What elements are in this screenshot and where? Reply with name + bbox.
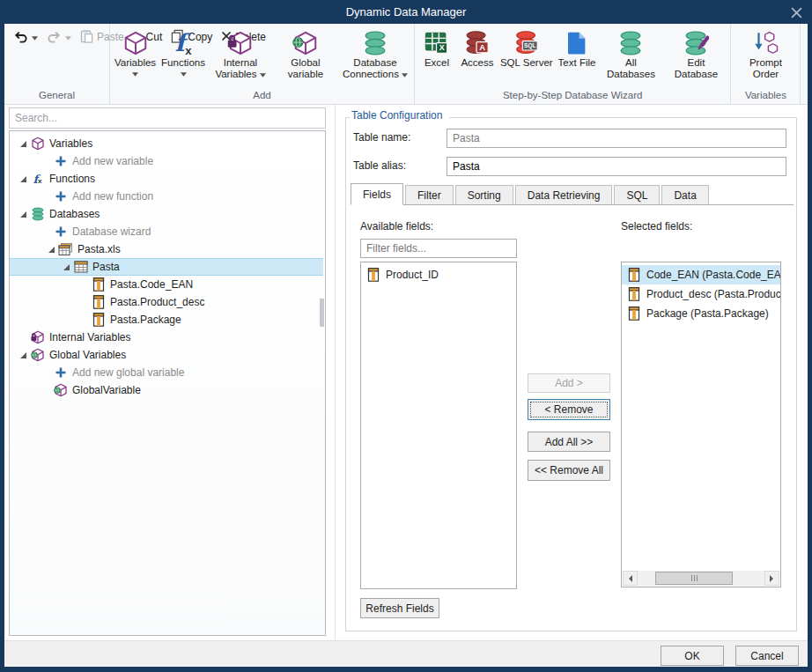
ribbon-button-internal-variables[interactable]: Internal Variables bbox=[208, 26, 273, 81]
close-button[interactable] bbox=[789, 6, 803, 18]
db-sql-icon: SQL bbox=[513, 28, 540, 57]
list-item-product-id[interactable]: Product_ID bbox=[361, 265, 516, 284]
redo-button[interactable] bbox=[47, 28, 71, 46]
cube-lock-icon bbox=[227, 28, 254, 57]
refresh-fields-button[interactable]: Refresh Fields bbox=[360, 598, 439, 618]
tree-item-add-new-variable[interactable]: Add new variable bbox=[10, 152, 325, 170]
tree-item-label: Pasta.Code_EAN bbox=[110, 278, 193, 291]
tree-item-label: Add new variable bbox=[72, 155, 153, 167]
tree-item-label: Pasta.Product_desc bbox=[110, 296, 204, 308]
ribbon-button-label: SQL Server bbox=[500, 57, 553, 69]
tab-data-retrieving[interactable]: Data Retrieving bbox=[515, 185, 613, 204]
expander-icon[interactable] bbox=[17, 351, 29, 359]
tab-filter[interactable]: Filter bbox=[405, 185, 454, 204]
tree-item-databases[interactable]: Databases bbox=[10, 205, 325, 223]
ribbon-button-variables[interactable]: Variables bbox=[112, 26, 159, 78]
ribbon-button-label: Global variable bbox=[276, 57, 336, 80]
redo-icon bbox=[47, 29, 62, 46]
tab-sorting[interactable]: Sorting bbox=[455, 185, 513, 204]
window-border bbox=[808, 24, 812, 672]
scrollbar-thumb[interactable] bbox=[655, 572, 733, 585]
file-text-icon bbox=[564, 28, 590, 57]
dropdown-caret-icon bbox=[132, 70, 138, 77]
tab-sql[interactable]: SQL bbox=[614, 185, 660, 204]
expander-icon[interactable] bbox=[17, 140, 29, 148]
tree-item-pasta-xls[interactable]: Pasta.xls bbox=[10, 240, 325, 258]
tree-item-pasta-package[interactable]: Pasta.Package bbox=[10, 311, 325, 329]
tree-item-add-new-global-variable[interactable]: Add new global variable bbox=[10, 364, 325, 381]
window-border bbox=[0, 667, 812, 672]
table-configuration-panel: Table name: Table alias: FieldsFilterSor… bbox=[345, 117, 797, 631]
ribbon-button-all-databases[interactable]: All Databases bbox=[598, 26, 663, 81]
db-edit-icon bbox=[683, 28, 709, 57]
tree-item-global-variables[interactable]: Global Variables bbox=[10, 346, 325, 364]
ribbon-button-functions[interactable]: fxFunctions bbox=[159, 26, 208, 78]
db-green-icon bbox=[362, 28, 388, 57]
tree-item-internal-variables[interactable]: Internal Variables bbox=[10, 329, 325, 346]
tree-item-pasta-product-desc[interactable]: Pasta.Product_desc bbox=[10, 293, 325, 311]
cancel-button[interactable]: Cancel bbox=[735, 646, 799, 666]
ribbon-group-label-add: Add bbox=[112, 89, 412, 104]
filter-fields-input[interactable] bbox=[360, 239, 517, 258]
add-button[interactable]: Add > bbox=[528, 373, 610, 393]
expander-icon[interactable] bbox=[17, 210, 29, 218]
ribbon: Paste ✂ Cut Copy Delete General Variable… bbox=[4, 24, 808, 105]
tree-item-pasta-code-ean[interactable]: Pasta.Code_EAN bbox=[10, 276, 325, 293]
ribbon-button-label: Text File bbox=[558, 57, 596, 69]
ribbon-button-sql-server[interactable]: SQLSQL Server bbox=[498, 26, 556, 70]
search-input[interactable] bbox=[9, 107, 326, 129]
table-alias-label: Table alias: bbox=[353, 159, 406, 172]
ribbon-button-label: Excel bbox=[424, 57, 449, 69]
field-icon bbox=[626, 287, 642, 301]
dynamic-data-manager-dialog: Dynamic Data Manager Paste bbox=[0, 0, 812, 672]
ribbon-group-general: Paste ✂ Cut Copy Delete General bbox=[4, 24, 110, 104]
ribbon-button-prompt-order[interactable]: Prompt Order bbox=[733, 26, 798, 81]
tab-fields[interactable]: Fields bbox=[351, 183, 403, 205]
tree-item-label: Add new global variable bbox=[72, 366, 184, 379]
tree-item-globalvariable[interactable]: GlobalVariable bbox=[10, 381, 325, 399]
remove-all-button[interactable]: << Remove All bbox=[528, 460, 610, 481]
undo-icon bbox=[13, 29, 28, 46]
field-icon bbox=[365, 268, 381, 282]
tab-data[interactable]: Data bbox=[661, 185, 708, 204]
tree-item-functions[interactable]: fxFunctions bbox=[10, 170, 325, 188]
ribbon-button-excel[interactable]: XExcel bbox=[417, 26, 457, 70]
dropdown-caret-icon bbox=[402, 69, 408, 80]
list-item-code-ean-pasta-code-ean[interactable]: Code_EAN (Pasta.Code_EAN) bbox=[622, 265, 780, 284]
tree-item-label: GlobalVariable bbox=[72, 384, 141, 396]
tree-item-pasta[interactable]: Pasta bbox=[10, 258, 323, 276]
ribbon-button-global-variable[interactable]: Global variable bbox=[273, 26, 338, 81]
ribbon-button-label: Edit Database bbox=[666, 57, 726, 80]
tree-item-add-new-function[interactable]: Add new function bbox=[10, 188, 325, 205]
scroll-right-button[interactable] bbox=[764, 571, 779, 586]
scroll-left-button[interactable] bbox=[623, 571, 638, 586]
tree-item-label: Database wizard bbox=[72, 225, 151, 238]
window-title: Dynamic Data Manager bbox=[346, 5, 467, 18]
remove-button[interactable]: < Remove bbox=[528, 399, 610, 420]
tree-item-variables[interactable]: Variables bbox=[10, 135, 325, 152]
selected-fields-hscrollbar[interactable] bbox=[623, 571, 779, 586]
tree-item-label: Variables bbox=[49, 137, 92, 150]
tree-item-label: Functions bbox=[49, 173, 95, 185]
undo-button[interactable] bbox=[13, 28, 38, 46]
tree-scrollbar[interactable] bbox=[320, 299, 324, 327]
expander-icon[interactable] bbox=[45, 246, 57, 254]
field-icon bbox=[626, 268, 642, 282]
expander-icon[interactable] bbox=[17, 175, 29, 183]
list-item-package-pasta-package[interactable]: Package (Pasta.Package) bbox=[622, 304, 780, 323]
title-bar: Dynamic Data Manager bbox=[0, 0, 812, 24]
ribbon-button-database-connections[interactable]: Database Connections bbox=[338, 26, 412, 81]
ok-button[interactable]: OK bbox=[661, 646, 724, 666]
tree-item-database-wizard[interactable]: Database wizard bbox=[10, 223, 325, 240]
expander-icon[interactable] bbox=[60, 263, 72, 271]
list-item-product-desc-pasta-product[interactable]: Product_desc (Pasta.Product_ bbox=[622, 284, 780, 304]
table-name-input[interactable] bbox=[447, 129, 786, 148]
table-alias-input[interactable] bbox=[447, 157, 786, 176]
ribbon-group-label-wizard: Step-by-Step Database Wizard bbox=[417, 89, 728, 104]
scrollbar-track[interactable] bbox=[638, 571, 764, 586]
svg-text:SQL: SQL bbox=[524, 42, 535, 49]
ribbon-button-edit-database[interactable]: Edit Database bbox=[663, 26, 728, 81]
add-all-button[interactable]: Add All >> bbox=[528, 432, 610, 452]
ribbon-button-access[interactable]: AAccess bbox=[457, 26, 498, 70]
ribbon-button-text-file[interactable]: Text File bbox=[556, 26, 599, 70]
